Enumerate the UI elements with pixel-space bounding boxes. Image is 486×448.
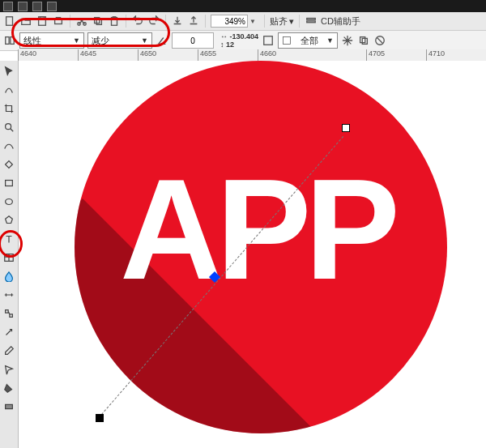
angle-icon[interactable] — [156, 34, 168, 47]
coordinate-readout: ↔ -130.404 ↕ 12 — [220, 32, 258, 49]
ruler-tick: 4705 — [369, 49, 385, 58]
transparency-operation-value: 减少 — [92, 35, 109, 47]
rectangle-tool[interactable] — [1, 175, 17, 191]
svg-rect-4 — [56, 18, 60, 20]
toolbox — [0, 61, 19, 448]
zoom-level[interactable]: ▼ — [211, 15, 259, 28]
transparency-midpoint-input[interactable] — [172, 32, 214, 49]
text-tool[interactable] — [1, 231, 17, 247]
options-icon[interactable] — [305, 15, 318, 28]
smart-fill-tool[interactable] — [1, 156, 17, 173]
red-circle-shape[interactable]: APP — [75, 61, 447, 433]
coord-x-value: ↔ -130.404 — [220, 32, 258, 41]
svg-point-20 — [6, 124, 11, 130]
presets-icon[interactable] — [3, 34, 16, 47]
ruler-tick: 4660 — [260, 49, 276, 58]
artwork-app-icon[interactable]: APP — [66, 69, 455, 448]
separator — [70, 15, 70, 28]
dimension-tool[interactable] — [1, 287, 17, 303]
scope-value: 全部 — [301, 35, 318, 47]
transparency-tool[interactable] — [1, 268, 17, 284]
titlebar-icon — [32, 2, 42, 11]
chevron-down-icon: ▼ — [326, 36, 334, 45]
transparency-type-dropdown[interactable]: 线性 ▼ — [19, 32, 84, 49]
zoom-tool[interactable] — [1, 119, 17, 135]
cd-helper-label: CD辅助手 — [321, 15, 360, 28]
standard-toolbar: ▼ 贴齐 ▾ CD辅助手 — [0, 12, 486, 31]
zoom-dropdown-icon[interactable]: ▼ — [249, 18, 256, 25]
new-icon[interactable] — [3, 15, 16, 28]
redo-icon[interactable] — [147, 15, 160, 28]
svg-rect-14 — [11, 37, 14, 45]
transparency-operation-dropdown[interactable]: 减少 ▼ — [87, 32, 152, 49]
interactive-fill-tool[interactable] — [1, 399, 17, 415]
svg-rect-24 — [6, 404, 13, 408]
shape-tool[interactable] — [1, 82, 17, 98]
svg-rect-2 — [40, 17, 44, 20]
zoom-input[interactable] — [211, 15, 248, 28]
transparency-start-handle[interactable] — [96, 414, 104, 422]
clear-transparency-icon[interactable] — [373, 34, 386, 47]
export-icon[interactable] — [187, 15, 200, 28]
svg-point-22 — [6, 199, 13, 205]
save-icon[interactable] — [36, 15, 49, 28]
svg-rect-3 — [55, 19, 62, 23]
chevron-down-icon: ▼ — [141, 36, 148, 45]
cd-helper-button[interactable]: CD辅助手 — [321, 15, 360, 28]
copy-props-icon[interactable] — [357, 34, 370, 47]
chevron-down-icon: ▼ — [73, 36, 80, 45]
eyedropper-tool[interactable] — [1, 343, 17, 359]
ruler-horizontal[interactable]: 4640 4645 4650 4655 4660 4705 4710 — [18, 49, 486, 62]
chevron-down-icon: ▾ — [289, 16, 294, 27]
separator — [165, 15, 166, 28]
svg-rect-21 — [6, 181, 13, 186]
titlebar-icon — [3, 2, 13, 11]
coord-y-value: ↕ 12 — [220, 41, 258, 49]
fill-tool[interactable] — [1, 380, 17, 396]
ruler-tick: 4710 — [428, 49, 445, 58]
ruler-tick: 4655 — [200, 49, 216, 58]
connector-tool[interactable] — [1, 305, 17, 322]
separator — [126, 15, 126, 28]
title-bar — [0, 0, 486, 12]
titlebar-icon — [18, 2, 28, 11]
svg-rect-16 — [284, 37, 291, 45]
paste-icon[interactable] — [108, 15, 121, 28]
undo-icon[interactable] — [131, 15, 144, 28]
separator — [264, 15, 265, 28]
table-tool[interactable] — [1, 250, 17, 266]
separator — [205, 15, 206, 28]
ruler-tick: 4645 — [80, 49, 96, 58]
property-bar: 线性 ▼ 减少 ▼ ↔ -130.404 ↕ 12 全部 ▼ — [0, 31, 486, 51]
app-text[interactable]: APP — [120, 158, 394, 301]
svg-rect-0 — [6, 17, 13, 26]
transparency-end-handle[interactable] — [342, 124, 350, 132]
separator — [299, 15, 300, 28]
svg-rect-12 — [307, 21, 316, 23]
polygon-tool[interactable] — [1, 212, 17, 228]
scope-icon — [282, 36, 292, 45]
outline-tool[interactable] — [1, 361, 17, 378]
freeze-icon[interactable] — [341, 34, 354, 47]
canvas[interactable]: APP — [18, 61, 486, 448]
crop-tool[interactable] — [1, 100, 17, 117]
snap-button[interactable]: 贴齐 ▾ — [270, 15, 294, 28]
freehand-tool[interactable] — [1, 138, 17, 154]
import-icon[interactable] — [171, 15, 184, 28]
transparency-type-value: 线性 — [23, 35, 41, 47]
cut-icon[interactable] — [75, 15, 88, 28]
copy-icon[interactable] — [92, 15, 104, 28]
ellipse-tool[interactable] — [1, 194, 17, 210]
pick-tool[interactable] — [1, 63, 17, 79]
snap-label: 贴齐 — [270, 15, 288, 28]
print-icon[interactable] — [52, 15, 65, 28]
ruler-tick: 4650 — [140, 49, 156, 58]
svg-rect-11 — [307, 19, 316, 20]
ruler-tick: 4640 — [20, 49, 36, 58]
edit-transparency-icon[interactable] — [262, 34, 275, 47]
effects-tool[interactable] — [1, 324, 17, 340]
apply-scope-dropdown[interactable]: 全部 ▼ — [278, 32, 338, 49]
svg-rect-13 — [6, 37, 9, 45]
svg-rect-15 — [264, 36, 273, 45]
open-icon[interactable] — [19, 15, 32, 28]
